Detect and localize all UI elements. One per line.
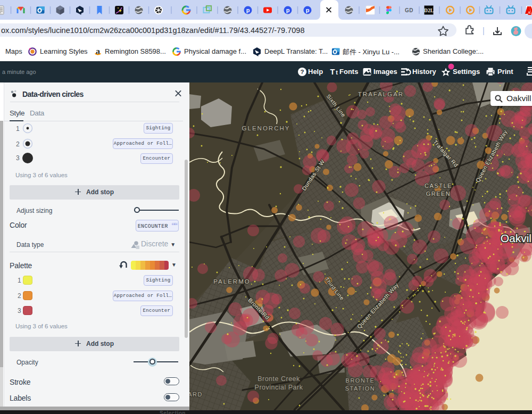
svg-text:Oakville: Oakville [501, 232, 532, 244]
svg-text:?: ? [300, 69, 304, 75]
svg-text:STATION: STATION [345, 385, 376, 392]
svg-text:CASTLE: CASTLE [425, 183, 452, 189]
svg-text:GREEN: GREEN [426, 191, 451, 197]
svg-text:GD: GD [405, 7, 413, 13]
svg-text:GLENORCHY: GLENORCHY [242, 125, 290, 131]
svg-text:D2L: D2L [424, 8, 434, 13]
svg-text:T: T [330, 68, 335, 76]
svg-text:TRAFALGAR: TRAFALGAR [358, 91, 404, 97]
svg-text:Provincial Park: Provincial Park [255, 384, 303, 391]
svg-text:t: t [336, 69, 338, 76]
svg-text:Bronte Creek: Bronte Creek [257, 375, 300, 383]
svg-text:PALERMO: PALERMO [213, 278, 250, 285]
svg-text:BRONTE: BRONTE [346, 377, 375, 384]
svg-text:ARD: ARD [189, 391, 203, 398]
